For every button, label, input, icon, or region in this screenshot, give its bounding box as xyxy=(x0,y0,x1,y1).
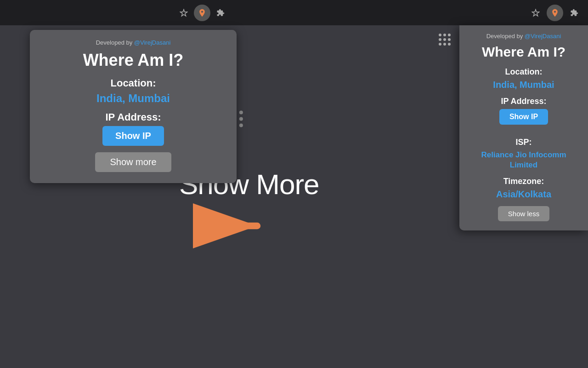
browser-toolbar-left xyxy=(177,5,227,21)
dev-link-left[interactable]: @VirejDasani xyxy=(134,39,170,46)
extensions-icon[interactable] xyxy=(214,6,227,19)
location-label-left: Location: xyxy=(41,77,226,89)
dev-credit-left: Developed by @VirejDasani xyxy=(41,39,226,46)
browser-toolbar-right xyxy=(529,5,581,21)
ip-label-left: IP Address: xyxy=(41,111,226,123)
extensions-icon-right[interactable] xyxy=(568,6,581,19)
popup-left: Developed by @VirejDasani Where Am I? Lo… xyxy=(30,30,237,183)
popup-title-right: Where Am I? xyxy=(469,44,579,60)
extension-location-icon-right[interactable] xyxy=(547,5,563,21)
bookmark-star-icon[interactable] xyxy=(529,6,542,19)
extension-location-icon[interactable] xyxy=(194,5,210,21)
main-content: Developed by @VirejDasani Where Am I? Lo… xyxy=(0,25,588,368)
ip-label-right: IP Address: xyxy=(469,97,579,106)
grid-dots-right xyxy=(439,34,451,46)
location-label-right: Location: xyxy=(469,67,579,77)
location-value-right: India, Mumbai xyxy=(469,80,579,90)
show-ip-button-right[interactable]: Show IP xyxy=(499,109,548,125)
dev-link-right[interactable]: @VirejDasani xyxy=(525,33,561,40)
isp-value: Reliance Jio Infocomm Limited xyxy=(469,150,579,170)
timezone-value: Asia/Kolkata xyxy=(469,189,579,200)
show-less-button[interactable]: Show less xyxy=(498,206,549,221)
popup-title-left: Where Am I? xyxy=(41,51,226,70)
isp-label: ISP: xyxy=(469,138,579,147)
popup-right: Developed by @VirejDasani Where Am I? Lo… xyxy=(459,25,588,230)
browser-bar xyxy=(0,0,588,25)
location-value-left: India, Mumbai xyxy=(41,92,226,105)
show-more-button[interactable]: Show more xyxy=(95,152,171,172)
bookmark-icon[interactable] xyxy=(177,6,190,19)
show-ip-button-left[interactable]: Show IP xyxy=(102,126,164,146)
timezone-label: Timezone: xyxy=(469,177,579,186)
arrow-right-icon xyxy=(193,203,266,249)
dev-credit-right: Developed by @VirejDasani xyxy=(469,33,579,40)
